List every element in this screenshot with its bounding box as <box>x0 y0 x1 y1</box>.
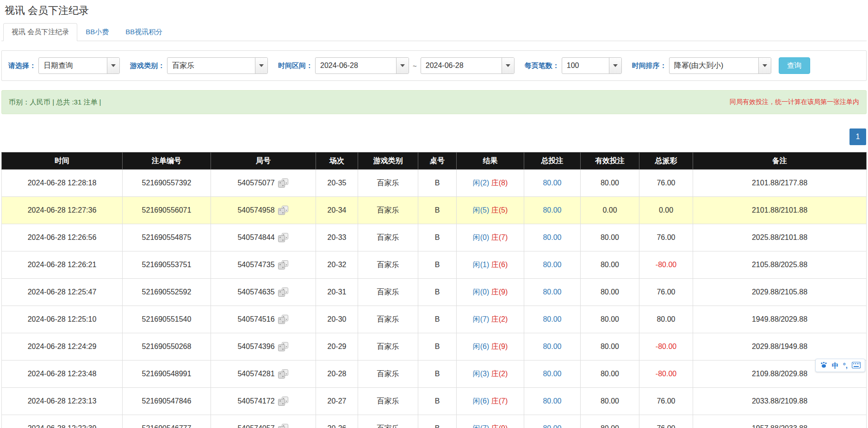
dice-icon[interactable] <box>278 396 289 407</box>
dice-icon[interactable] <box>278 260 289 270</box>
cell-payout: 76.00 <box>639 224 693 251</box>
dice-icon[interactable] <box>278 369 289 379</box>
table-row: 2024-06-28 12:26:21 521690553751 5405747… <box>2 251 867 279</box>
cell-time: 2024-06-28 12:28:18 <box>2 170 123 197</box>
cell-round-id: 540574172 <box>211 388 316 415</box>
tab-betting-records[interactable]: 视讯 会员下注纪录 <box>3 23 77 41</box>
date-start-dropdown-button[interactable] <box>396 58 409 73</box>
query-button[interactable]: 查询 <box>779 57 810 74</box>
cell-time: 2024-06-28 12:23:48 <box>2 361 123 388</box>
cell-result: 闲(2) 庄(8) <box>457 170 524 197</box>
total-bet-link[interactable]: 80.00 <box>543 315 561 323</box>
cell-valid-bet: 80.00 <box>581 170 639 197</box>
chevron-down-icon <box>400 64 405 67</box>
cell-game-type: 百家乐 <box>358 388 418 415</box>
total-bet-link[interactable]: 80.00 <box>543 206 561 214</box>
ime-punctuation-mode-icon[interactable]: °, <box>843 362 848 369</box>
cell-round-id: 540574057 <box>211 415 316 428</box>
result-player: 闲(7) <box>473 424 490 428</box>
total-bet-link[interactable]: 80.00 <box>543 233 561 241</box>
table-row: 2024-06-28 12:24:29 521690550268 5405743… <box>2 333 867 361</box>
cell-game-type: 百家乐 <box>358 361 418 388</box>
cell-time: 2024-06-28 12:24:29 <box>2 333 123 361</box>
cell-total-bet: 80.00 <box>524 415 581 428</box>
ime-logo-paw-icon[interactable] <box>820 361 828 369</box>
table-row: 2024-06-28 12:28:18 521690557392 5405750… <box>2 170 867 197</box>
result-player: 闲(0) <box>473 288 490 296</box>
cell-valid-bet: 80.00 <box>581 251 639 279</box>
dice-icon[interactable] <box>278 178 289 189</box>
date-start-value: 2024-06-28 <box>316 58 396 73</box>
total-bet-link[interactable]: 80.00 <box>543 370 561 378</box>
page-button-1[interactable]: 1 <box>849 128 866 145</box>
header-note: 备注 <box>693 153 867 170</box>
chevron-down-icon <box>259 64 264 67</box>
sort-select[interactable]: 降幂(由大到小) <box>669 57 771 74</box>
total-bet-link[interactable]: 80.00 <box>543 424 561 428</box>
total-bet-link[interactable]: 80.00 <box>543 342 561 350</box>
total-bet-link[interactable]: 80.00 <box>543 261 561 269</box>
cell-bet-id: 521690548991 <box>123 361 211 388</box>
ime-keyboard-icon[interactable] <box>852 362 861 369</box>
page-size-select[interactable]: 100 <box>562 57 622 74</box>
cell-valid-bet: 80.00 <box>581 279 639 306</box>
cell-session: 20-30 <box>316 306 358 333</box>
dice-icon[interactable] <box>278 232 289 243</box>
cell-result: 闲(5) 庄(5) <box>457 197 524 224</box>
cell-time: 2024-06-28 12:25:10 <box>2 306 123 333</box>
tab-bb-video-points[interactable]: BB视讯积分 <box>117 23 171 41</box>
pagination: 1 <box>1 128 866 145</box>
result-banker: 庄(2) <box>491 315 508 323</box>
page-size-dropdown-button[interactable] <box>609 58 621 73</box>
chevron-down-icon <box>506 64 510 67</box>
game-type-select[interactable]: 百家乐 <box>167 57 268 74</box>
header-total-bet: 总投注 <box>524 153 581 170</box>
query-type-select[interactable]: 日期查询 <box>38 57 120 74</box>
dice-icon[interactable] <box>278 342 289 352</box>
game-type-dropdown-button[interactable] <box>255 58 267 73</box>
cell-total-bet: 80.00 <box>524 197 581 224</box>
cell-table-no: B <box>418 306 457 333</box>
table-row: 2024-06-28 12:25:47 521690552592 5405746… <box>2 279 867 306</box>
query-type-dropdown-button[interactable] <box>107 58 119 73</box>
cell-payout: 76.00 <box>639 415 693 428</box>
cell-bet-id: 521690552592 <box>123 279 211 306</box>
page-size-value: 100 <box>562 58 609 73</box>
bet-table-body: 2024-06-28 12:28:18 521690557392 5405750… <box>2 170 867 428</box>
sort-dropdown-button[interactable] <box>758 58 771 73</box>
cell-payout: -80.00 <box>639 333 693 361</box>
dice-icon[interactable] <box>278 423 289 428</box>
round-id-text: 540575077 <box>237 179 274 187</box>
cell-note: 1957.88/2033.88 <box>693 415 867 428</box>
total-bet-link[interactable]: 80.00 <box>543 397 561 405</box>
date-end-dropdown-button[interactable] <box>502 58 514 73</box>
dice-icon[interactable] <box>278 314 289 325</box>
header-table-no: 桌号 <box>418 153 457 170</box>
header-round-id: 局号 <box>211 153 316 170</box>
total-bet-link[interactable]: 80.00 <box>543 288 561 296</box>
cell-round-id: 540574516 <box>211 306 316 333</box>
cell-session: 20-29 <box>316 333 358 361</box>
cell-bet-id: 521690556071 <box>123 197 211 224</box>
cell-valid-bet: 80.00 <box>581 361 639 388</box>
cell-total-bet: 80.00 <box>524 361 581 388</box>
cell-table-no: B <box>418 333 457 361</box>
cell-round-id: 540574396 <box>211 333 316 361</box>
ime-chinese-mode-icon[interactable]: 中 <box>832 362 839 369</box>
cell-table-no: B <box>418 279 457 306</box>
date-start-select[interactable]: 2024-06-28 <box>315 57 409 74</box>
game-type-value: 百家乐 <box>167 58 255 73</box>
dice-icon[interactable] <box>278 205 289 216</box>
tab-bb-tips[interactable]: BB小费 <box>77 23 117 41</box>
result-banker: 庄(9) <box>491 342 508 350</box>
page: 视讯 会员下注纪录 视讯 会员下注纪录 BB小费 BB视讯积分 请选择： 日期查… <box>0 0 868 428</box>
date-end-select[interactable]: 2024-06-28 <box>421 57 515 74</box>
table-row: 2024-06-28 12:23:13 521690547846 5405741… <box>2 388 867 415</box>
round-id-text: 540574516 <box>237 315 274 324</box>
cell-result: 闲(0) 庄(9) <box>457 279 524 306</box>
total-bet-link[interactable]: 80.00 <box>543 179 561 187</box>
cell-round-id: 540574281 <box>211 361 316 388</box>
dice-icon[interactable] <box>278 287 289 298</box>
cell-round-id: 540574844 <box>211 224 316 251</box>
cell-total-bet: 80.00 <box>524 388 581 415</box>
